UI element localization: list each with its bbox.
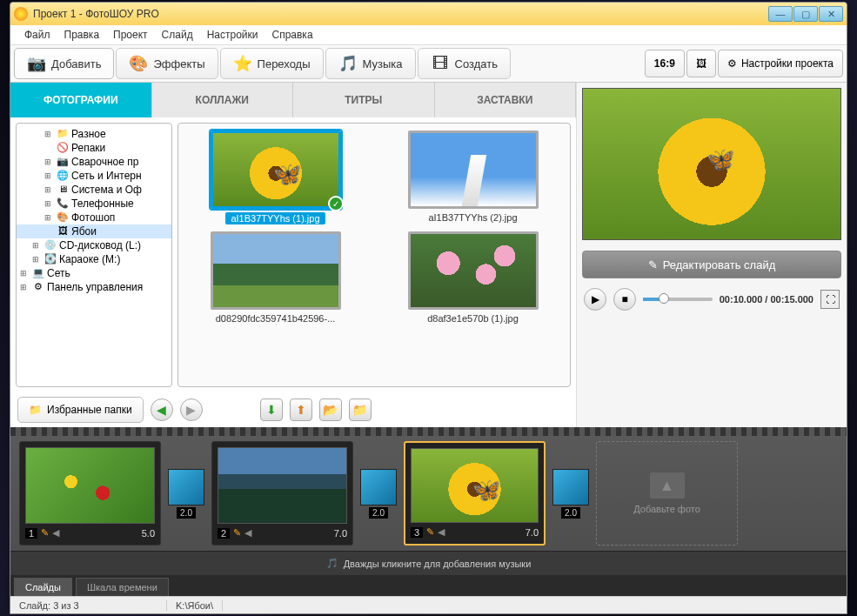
view-tab-slides[interactable]: Слайды: [14, 578, 72, 596]
slide-image: [218, 447, 347, 524]
expand-icon[interactable]: ⊞: [20, 269, 30, 278]
main-toolbar: 📷Добавить 🎨Эффекты ⭐Переходы 🎵Музыка 🎞Со…: [10, 44, 847, 83]
preview-image: [582, 88, 841, 240]
expand-icon[interactable]: ⊞: [20, 283, 30, 291]
subtab-intros[interactable]: ЗАСТАВКИ: [435, 83, 577, 117]
folder-icon: 🖥: [57, 184, 69, 196]
expand-icon[interactable]: ⊞: [44, 157, 54, 166]
edit-icon[interactable]: ✎: [233, 527, 241, 539]
expand-icon[interactable]: ⊞: [32, 255, 42, 264]
file-thumb[interactable]: d08290fdc359741b42596-...: [185, 231, 365, 324]
menu-help[interactable]: Справка: [266, 27, 318, 43]
close-button[interactable]: ✕: [819, 6, 843, 22]
preview-slider[interactable]: [643, 298, 713, 301]
subtab-titles[interactable]: ТИТРЫ: [293, 83, 435, 117]
tree-item[interactable]: ⊞💻Сеть: [17, 266, 171, 280]
minimize-button[interactable]: —: [768, 6, 793, 22]
app-window: Проект 1 - ФотоШОУ PRO — ▢ ✕ Файл Правка…: [10, 2, 847, 614]
tree-item[interactable]: ⊞💽Караоке (M:): [17, 252, 171, 266]
subtab-photos[interactable]: ФОТОГРАФИИ: [10, 83, 152, 117]
file-thumb[interactable]: d8af3e1e570b (1).jpg: [383, 231, 563, 324]
timeline-slide[interactable]: 3✎◀7.0: [404, 441, 546, 546]
aspect-button[interactable]: 16:9: [645, 50, 685, 77]
expand-icon[interactable]: ⊞: [44, 199, 54, 208]
tree-item[interactable]: 🖼Ябои: [17, 224, 171, 238]
menu-edit[interactable]: Правка: [59, 27, 105, 43]
timeline: 1✎◀5.02.02✎◀7.02.03✎◀7.02.0▲Добавьте фот…: [10, 427, 847, 596]
view-tab-timeline[interactable]: Шкала времени: [76, 578, 169, 596]
expand-icon[interactable]: ⊞: [44, 130, 54, 138]
transition-thumb[interactable]: 2.0: [168, 469, 204, 519]
expand-icon[interactable]: ⊞: [44, 213, 54, 222]
menu-project[interactable]: Проект: [108, 27, 153, 43]
tree-item[interactable]: ⊞💿CD-дисковод (L:): [17, 238, 171, 252]
transition-thumb[interactable]: 2.0: [360, 469, 397, 519]
tree-item[interactable]: ⊞📞Телефонные: [17, 197, 171, 211]
sound-icon[interactable]: ◀: [52, 527, 59, 539]
tree-label: Репаки: [71, 142, 105, 154]
file-thumb[interactable]: ✓aI1B37TYYhs (1).jpg: [185, 131, 365, 224]
menu-file[interactable]: Файл: [19, 27, 56, 43]
add-folder-button[interactable]: 📁: [349, 398, 372, 421]
add-slide-placeholder[interactable]: ▲Добавьте фото: [596, 441, 738, 546]
upload-button[interactable]: ⬆: [290, 398, 312, 421]
project-settings-button[interactable]: ⚙Настройки проекта: [718, 50, 843, 77]
tree-label: Система и Оф: [71, 184, 142, 196]
status-bar: Слайд: 3 из 3 K:\Ябои\: [10, 596, 847, 613]
tab-music[interactable]: 🎵Музыка: [325, 48, 416, 79]
tree-label: Фотошоп: [71, 211, 115, 224]
subtab-collages[interactable]: КОЛЛАЖИ: [152, 83, 294, 117]
tab-add[interactable]: 📷Добавить: [14, 48, 114, 79]
tree-label: Сеть и Интерн: [71, 170, 142, 182]
slide-image: [25, 447, 155, 524]
nav-back-button[interactable]: ◀: [151, 398, 173, 421]
theme-button[interactable]: 🖼: [686, 50, 716, 77]
transition-thumb[interactable]: 2.0: [552, 469, 589, 519]
slide-number: 3: [411, 527, 423, 538]
timeline-slide[interactable]: 1✎◀5.0: [19, 441, 161, 546]
tree-item[interactable]: 🚫Репаки: [17, 141, 171, 155]
tab-transitions[interactable]: ⭐Переходы: [220, 48, 324, 79]
sound-icon[interactable]: ◀: [438, 526, 445, 538]
tree-item[interactable]: ⊞🌐Сеть и Интерн: [17, 169, 171, 183]
tree-item[interactable]: ⊞🎨Фотошоп: [17, 211, 171, 224]
folder-tree[interactable]: ⊞📁Разное🚫Репаки⊞📷Сварочное пр⊞🌐Сеть и Ин…: [16, 123, 172, 387]
category-tabs: ФОТОГРАФИИ КОЛЛАЖИ ТИТРЫ ЗАСТАВКИ: [10, 83, 576, 117]
transition-image: [360, 469, 397, 506]
timeline-slide[interactable]: 2✎◀7.0: [211, 441, 353, 546]
nav-forward-button[interactable]: ▶: [180, 398, 203, 421]
status-path: K:\Ябои\: [167, 600, 223, 611]
tree-item[interactable]: ⊞📁Разное: [17, 127, 171, 141]
menu-settings[interactable]: Настройки: [202, 27, 264, 43]
tree-label: Сварочное пр: [71, 156, 138, 168]
thumbnail-pane[interactable]: ✓aI1B37TYYhs (1).jpgaI1B37TYYhs (2).jpgd…: [177, 123, 571, 387]
download-button[interactable]: ⬇: [260, 398, 283, 421]
maximize-button[interactable]: ▢: [793, 6, 818, 22]
thumb-caption: d08290fdc359741b42596-...: [216, 313, 336, 324]
tree-item[interactable]: ⊞⚙Панель управления: [17, 280, 171, 294]
play-button[interactable]: ▶: [584, 288, 606, 311]
expand-icon[interactable]: ⊞: [44, 171, 54, 180]
music-track[interactable]: 🎵Дважды кликните для добавления музыки: [10, 551, 847, 575]
tab-effects[interactable]: 🎨Эффекты: [116, 48, 218, 79]
slides-row[interactable]: 1✎◀5.02.02✎◀7.02.03✎◀7.02.0▲Добавьте фот…: [10, 436, 847, 551]
timecode: 00:10.000 / 00:15.000: [720, 294, 813, 305]
fullscreen-button[interactable]: ⛶: [820, 290, 840, 309]
transition-image: [168, 469, 204, 506]
tree-item[interactable]: ⊞🖥Система и Оф: [17, 183, 171, 197]
edit-slide-button[interactable]: ✎Редактировать слайд: [582, 251, 841, 278]
open-folder-button[interactable]: 📂: [319, 398, 342, 421]
stop-button[interactable]: ■: [613, 288, 636, 311]
expand-icon[interactable]: ⊞: [32, 241, 42, 250]
tab-create[interactable]: 🎞Создать: [418, 48, 511, 79]
tree-item[interactable]: ⊞📷Сварочное пр: [17, 155, 171, 169]
camera-icon: 📷: [27, 54, 46, 73]
sound-icon[interactable]: ◀: [244, 527, 251, 539]
folder-icon: ⚙: [32, 281, 44, 293]
expand-icon[interactable]: ⊞: [44, 185, 54, 194]
edit-icon[interactable]: ✎: [426, 526, 434, 538]
menu-slide[interactable]: Слайд: [157, 27, 198, 43]
edit-icon[interactable]: ✎: [41, 527, 49, 539]
file-thumb[interactable]: aI1B37TYYhs (2).jpg: [383, 131, 563, 224]
favorites-button[interactable]: 📁Избранные папки: [17, 397, 144, 423]
